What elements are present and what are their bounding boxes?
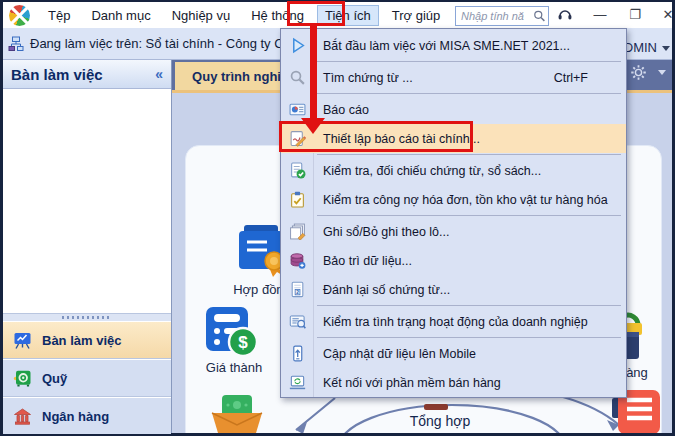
play-icon [289,37,306,54]
business-status-icon [289,313,306,330]
dropdown-caret-icon [658,70,666,75]
utilities-dropdown-menu: Bắt đầu làm việc với MISA SME.NET 2021..… [280,28,627,398]
menu-item-label: Ghi sổ/Bỏ ghi theo lô... [323,225,449,239]
menu-item-ket-noi-ban-hang[interactable]: Kết nối với phần mềm bán hàng [281,368,626,397]
cash-safe-icon [13,369,32,388]
working-on-text: Đang làm việc trên: Sổ tài chính - Công … [30,36,309,51]
mobile-upload-icon [289,345,306,362]
menu-item-kiem-tra-tinh-trang[interactable]: Kiểm tra tình trạng hoạt động của doanh … [281,307,626,336]
dropdown-caret-icon [662,46,670,51]
bank-icon [13,407,32,426]
cost-icon[interactable]: $ [204,305,260,359]
menu-item-bat-dau-lam-viec[interactable]: Bắt đầu làm việc với MISA SME.NET 2021..… [281,31,626,60]
search-icon [289,69,306,86]
sidebar-item-ngan-hang[interactable]: Ngân hàng [3,398,171,434]
sidebar-item-label: Ngân hàng [42,409,109,424]
misa-logo-icon [9,5,30,26]
sidebar-header: Bàn làm việc « [3,60,171,89]
view-settings-menu[interactable] [630,64,666,81]
search-icon [533,9,546,23]
menu-item-shortcut: Ctrl+F [554,71,588,85]
menu-item-label: Kiểm tra tình trạng hoạt động của doanh … [323,315,588,329]
summary-label: Tổng hợp [400,413,480,429]
summary-icon[interactable] [424,404,448,410]
menu-item-label: Đánh lại số chứng từ... [323,283,450,297]
edit-report-icon [289,130,306,147]
sidebar-splitter-handle[interactable] [3,313,171,321]
menu-item-kiem-tra-cong-no[interactable]: Kiểm tra công nợ hóa đơn, tồn kho vật tư… [281,185,626,214]
menu-item-cap-nhat-mobile[interactable]: Cập nhật dữ liệu lên Mobile [281,339,626,368]
cost-label: Giá thành [198,360,270,375]
sidebar-item-label: Bàn làm việc [42,333,122,348]
menu-item-label: Tìm chứng từ ... [323,71,413,85]
menubar-item-tro-giup[interactable]: Trợ giúp [384,5,449,26]
settings-gear-icon [630,64,647,81]
menu-item-label: Báo cáo [323,103,369,117]
sidebar: Bàn làm việc « Bàn làm việc Quỹ [3,60,172,433]
menu-item-thiet-lap-bao-cao-tai-chinh[interactable]: Thiết lập báo cáo tài chính... [281,124,626,153]
pos-connect-icon [289,374,306,391]
batch-post-icon [289,223,306,240]
sidebar-item-label: Quỹ [42,371,67,386]
menu-item-label: Cập nhật dữ liệu lên Mobile [323,347,476,361]
menu-item-label: Kiểm tra công nợ hóa đơn, tồn kho vật tư… [323,193,608,207]
sidebar-item-quy[interactable]: Quỹ [3,360,171,397]
menubar-item-nghiep-vu[interactable]: Nghiệp vụ [164,5,239,26]
menu-item-tim-chung-tu[interactable]: Tìm chứng từ ... Ctrl+F [281,63,626,92]
support-headset-icon[interactable] [556,6,574,24]
sidebar-item-ban-lam-viec[interactable]: Bàn làm việc [3,322,171,359]
menu-item-danh-lai-so-chung-tu[interactable]: 2 Đánh lại số chứng từ... [281,275,626,304]
feature-search-box[interactable] [455,6,549,26]
menubar-item-danh-muc[interactable]: Danh mục [83,5,158,26]
menu-item-label: Kiểm tra, đối chiếu chứng từ, sổ sách... [323,164,541,178]
clipboard-check-icon [289,191,306,208]
menu-item-label: Bắt đầu làm việc với MISA SME.NET 2021..… [323,39,570,53]
database-icon [289,252,306,269]
menu-item-kiem-tra-doi-chieu[interactable]: Kiểm tra, đối chiếu chứng từ, sổ sách... [281,156,626,185]
org-chart-icon [8,36,24,52]
workspace-board-icon [13,331,32,350]
menubar-item-tien-ich[interactable]: Tiện ích [317,5,379,26]
menu-item-bao-cao[interactable]: Báo cáo [281,95,626,124]
menubar-item-he-thong[interactable]: Hệ thống [243,5,312,26]
svg-text:2: 2 [296,290,299,295]
menu-item-label: Kết nối với phần mềm bán hàng [323,376,501,390]
document-check-icon [289,162,306,179]
app-window: Tệp Danh mục Nghiệp vụ Hệ thống Tiện ích… [0,0,675,436]
maximize-button[interactable]: ❐ [620,2,650,28]
collapse-sidebar-button[interactable]: « [155,66,163,82]
menu-item-ghi-so-bo-ghi[interactable]: Ghi sổ/Bỏ ghi theo lô... [281,217,626,246]
svg-text:$: $ [238,333,248,352]
menu-item-label: Thiết lập báo cáo tài chính... [323,132,480,146]
minimize-button[interactable]: — [585,2,615,28]
renumber-document-icon: 2 [289,281,306,298]
title-bar: Tệp Danh mục Nghiệp vụ Hệ thống Tiện ích… [0,0,675,28]
menubar-item-tep[interactable]: Tệp [40,5,78,26]
menu-item-label: Bảo trì dữ liệu... [323,254,412,268]
salary-icon[interactable] [210,395,264,433]
close-button[interactable]: ✕ [653,2,675,28]
menu-item-bao-tri-du-lieu[interactable]: Bảo trì dữ liệu... [281,246,626,275]
search-input[interactable] [461,10,533,22]
report-icon [289,101,306,118]
sidebar-title: Bàn làm việc [11,66,103,83]
